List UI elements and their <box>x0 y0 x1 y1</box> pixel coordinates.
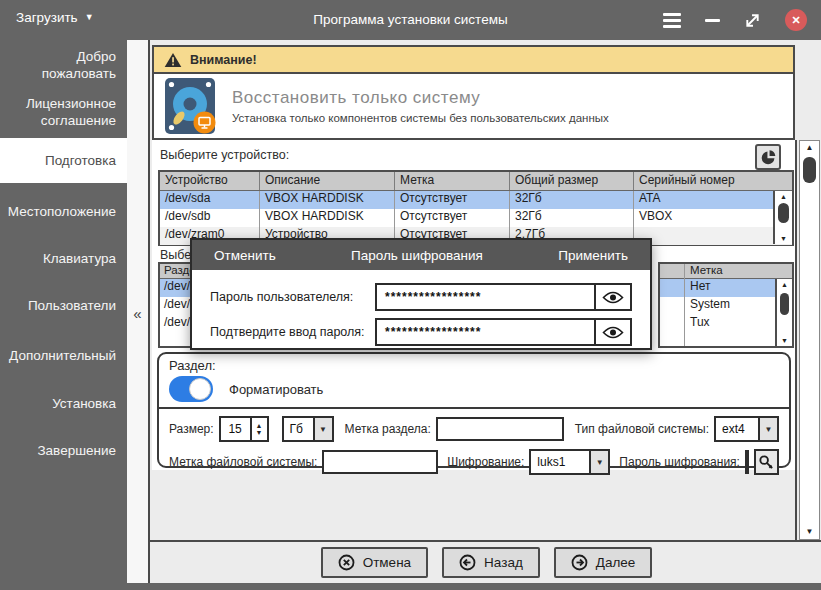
chevron-down-icon: ▼ <box>758 418 777 440</box>
enc-password-input[interactable] <box>745 450 749 474</box>
partition-panel: Раздел: Форматировать Размер: 15 ▲▼ <box>157 352 791 468</box>
encryption-select[interactable]: luks1 ▼ <box>529 449 610 475</box>
steps-sidebar: Добро пожаловать Лицензионное соглашение… <box>0 40 127 590</box>
warning-banner: Внимание! <box>154 47 793 74</box>
back-arrow-icon <box>459 554 476 571</box>
fs-type-value: ext4 <box>716 418 758 440</box>
table-row[interactable]: Нет <box>660 279 792 297</box>
show-password-button[interactable] <box>594 285 630 309</box>
encryption-label: Шифрование: <box>447 455 524 469</box>
device-select-label: Выберите устройство: <box>160 148 289 162</box>
fs-type-label: Тип файловой системы: <box>575 422 709 436</box>
back-button[interactable]: Назад <box>442 547 540 578</box>
confirm-password-field: ***************** <box>375 318 632 346</box>
close-icon[interactable]: ✕ <box>785 9 807 31</box>
enc-password-label: Пароль шифрования: <box>619 455 740 469</box>
dialog-titlebar: Отменить Пароль шифрования Применить <box>192 240 650 270</box>
scroll-down-icon[interactable]: ▼ <box>777 335 792 346</box>
stepper-arrows-icon[interactable]: ▲▼ <box>250 418 267 440</box>
next-arrow-icon <box>571 554 588 571</box>
unit-select[interactable]: Гб ▼ <box>282 416 334 442</box>
scroll-up-icon[interactable]: ▲ <box>775 191 792 202</box>
partition-table-right-fragment: Метка Нет System Tux ▲ ▼ <box>658 262 794 348</box>
disk-usage-button[interactable] <box>755 144 781 170</box>
sidebar-item-license[interactable]: Лицензионное соглашение <box>0 95 127 129</box>
partition-label-label: Метка раздела: <box>345 422 431 436</box>
device-table-scrollbar[interactable]: ▲ ▼ <box>773 191 792 244</box>
sidebar-item-welcome[interactable]: Добро пожаловать <box>0 48 127 82</box>
confirm-password-label: Подтвердите ввод пароля: <box>210 325 375 339</box>
encryption-value: luks1 <box>531 451 589 473</box>
chevron-down-icon: ▼ <box>589 451 608 473</box>
partition-select-label: Выбери <box>160 248 194 262</box>
scroll-up-icon[interactable]: ▲ <box>777 279 792 290</box>
scrollbar-thumb[interactable] <box>778 203 789 223</box>
installer-window: Загрузить ▼ Программа установки системы … <box>0 0 821 590</box>
device-table: Устройство Описание Метка Общий размер С… <box>158 170 794 246</box>
eye-icon <box>602 290 624 305</box>
table-row[interactable]: /dev/sdaVBOX HARDDISK Отсутствует32Гб AT… <box>160 191 792 209</box>
fs-label-input[interactable] <box>322 450 438 474</box>
sidebar-item-users[interactable]: Пользователи <box>0 297 127 314</box>
size-value: 15 <box>221 418 250 440</box>
scroll-down-icon[interactable]: ▼ <box>800 525 819 539</box>
fs-type-select[interactable]: ext4 ▼ <box>714 416 779 442</box>
table-row[interactable]: /dev/ <box>160 315 191 333</box>
sidebar-item-location[interactable]: Местоположение <box>0 203 127 220</box>
encryption-password-dialog: Отменить Пароль шифрования Применить Пар… <box>190 238 652 350</box>
table-row[interactable]: System <box>660 297 792 315</box>
format-toggle[interactable] <box>169 376 213 402</box>
partition-label-input[interactable] <box>436 417 564 441</box>
sidebar-item-finish[interactable]: Завершение <box>0 442 127 459</box>
chevron-down-icon: ▼ <box>313 418 332 440</box>
format-label: Форматировать <box>229 382 323 397</box>
table-row[interactable]: /dev/ <box>160 279 191 297</box>
size-label: Размер: <box>169 422 214 436</box>
size-stepper[interactable]: 15 ▲▼ <box>219 416 269 442</box>
pie-chart-icon <box>760 149 777 166</box>
warning-icon <box>164 52 182 68</box>
collapse-sidebar-icon[interactable]: « <box>127 305 148 322</box>
table-row[interactable]: /dev/sdbVBOX HARDDISK Отсутствует32Гб VB… <box>160 209 792 227</box>
sidebar-item-preparation[interactable]: Подготовка <box>0 138 127 183</box>
page-header: Внимание! Восстановить только систему <box>152 45 795 140</box>
fs-label-label: Метка файловой системы: <box>169 455 317 469</box>
bottom-strip <box>127 583 821 590</box>
titlebar: Загрузить ▼ Программа установки системы … <box>0 0 821 40</box>
scrollbar-thumb[interactable] <box>780 293 789 315</box>
partition-table-left-fragment: Раздел /dev/ /dev/ /dev/ <box>158 262 193 348</box>
unit-value: Гб <box>284 418 313 440</box>
eye-icon <box>602 325 624 340</box>
dialog-cancel-button[interactable]: Отменить <box>214 248 276 263</box>
sidebar-collapse-strip: « <box>127 40 148 583</box>
table-row[interactable]: Tux <box>660 315 792 333</box>
generate-password-button[interactable] <box>754 449 779 475</box>
menu-icon[interactable] <box>663 13 681 28</box>
password-input[interactable]: ***************** <box>377 285 594 309</box>
main-scrollbar[interactable]: ▲ ▼ <box>799 140 820 540</box>
harddisk-icon <box>162 77 218 135</box>
confirm-password-input[interactable]: ***************** <box>377 320 594 344</box>
next-button[interactable]: Далее <box>554 547 653 578</box>
expand-icon[interactable] <box>744 12 761 29</box>
scroll-down-icon[interactable]: ▼ <box>775 233 792 244</box>
partition-table-scrollbar[interactable]: ▲ ▼ <box>775 279 792 346</box>
window-controls: ✕ <box>663 0 807 40</box>
table-row[interactable]: /dev/ <box>160 297 191 315</box>
dialog-apply-button[interactable]: Применить <box>558 248 628 263</box>
device-table-header: Устройство Описание Метка Общий размер С… <box>160 172 792 191</box>
sidebar-item-install[interactable]: Установка <box>0 395 127 412</box>
sidebar-item-keyboard[interactable]: Клавиатура <box>0 250 127 267</box>
page-title: Восстановить только систему <box>232 88 609 108</box>
minimize-icon[interactable] <box>705 19 720 22</box>
dialog-title: Пароль шифрования <box>351 248 483 263</box>
password-field: ***************** <box>375 283 632 311</box>
sidebar-item-additional[interactable]: Дополнительный <box>0 347 127 364</box>
cancel-button[interactable]: Отмена <box>321 547 428 578</box>
page-subtitle: Установка только компонентов системы без… <box>232 112 609 124</box>
key-icon <box>758 454 775 471</box>
scrollbar-thumb[interactable] <box>803 157 816 183</box>
cancel-circle-icon <box>338 554 355 571</box>
show-password-button[interactable] <box>594 320 630 344</box>
scroll-up-icon[interactable]: ▲ <box>800 141 819 155</box>
